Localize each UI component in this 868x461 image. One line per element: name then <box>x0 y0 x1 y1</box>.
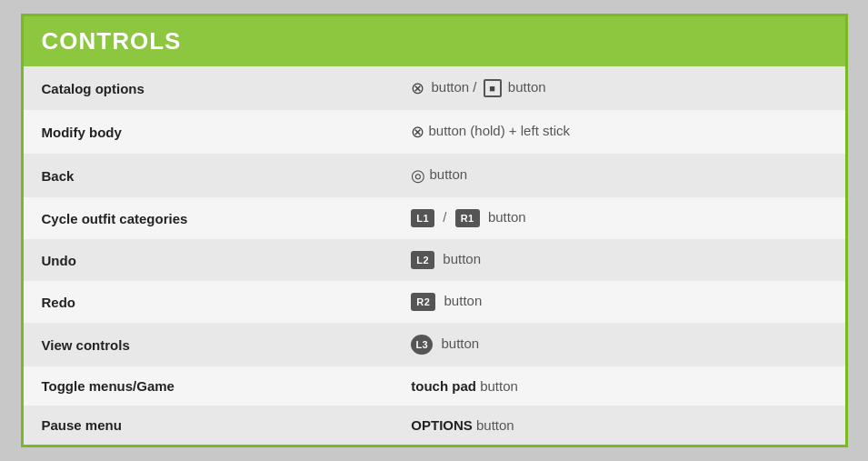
l1-badge: L1 <box>411 209 434 227</box>
action-label: Pause menu <box>24 406 394 445</box>
control-value: ⊗ button (hold) + left stick <box>393 110 844 154</box>
table-row: Back ◎ button <box>24 154 845 197</box>
control-value: ◎ button <box>393 154 844 197</box>
square-button-icon: ■ <box>484 79 502 97</box>
l2-badge: L2 <box>411 251 434 269</box>
table-row: Modify body ⊗ button (hold) + left stick <box>24 110 845 154</box>
action-label: View controls <box>24 323 394 366</box>
table-row: Pause menu OPTIONS button <box>24 406 845 445</box>
table-row: Cycle outfit categories L1 / R1 button <box>24 197 845 239</box>
touchpad-label: touch pad <box>411 378 476 394</box>
controls-table: Catalog options ⊗ button / ■ button Modi… <box>24 66 845 445</box>
table-row: Toggle menus/Game touch pad button <box>24 366 845 406</box>
control-value: ⊗ button / ■ button <box>393 66 844 110</box>
controls-title: CONTROLS <box>42 27 827 55</box>
x-button-icon: ⊗ <box>411 79 424 97</box>
action-label: Toggle menus/Game <box>24 366 394 406</box>
table-row: Redo R2 button <box>24 281 845 323</box>
table-row: View controls L3 button <box>24 323 845 366</box>
table-row: Catalog options ⊗ button / ■ button <box>24 66 845 110</box>
action-label: Modify body <box>24 110 394 154</box>
l3-badge: L3 <box>411 335 433 355</box>
r1-badge: R1 <box>455 209 480 227</box>
control-value: R2 button <box>393 281 844 323</box>
control-value: L1 / R1 button <box>393 197 844 239</box>
action-label: Redo <box>24 281 394 323</box>
control-value: L2 button <box>393 239 844 281</box>
action-label: Catalog options <box>24 66 394 110</box>
action-label: Back <box>24 154 394 197</box>
x-button-icon: ⊗ <box>411 123 424 141</box>
control-value: L3 button <box>393 323 844 366</box>
circle-button-icon: ◎ <box>411 166 425 185</box>
table-row: Undo L2 button <box>24 239 845 281</box>
r2-badge: R2 <box>411 293 435 311</box>
control-value: OPTIONS button <box>393 406 844 445</box>
options-label: OPTIONS <box>411 417 473 433</box>
action-label: Cycle outfit categories <box>24 197 394 239</box>
controls-panel: CONTROLS Catalog options ⊗ button / ■ bu… <box>21 14 848 447</box>
controls-header: CONTROLS <box>24 16 845 66</box>
action-label: Undo <box>24 239 394 281</box>
control-value: touch pad button <box>393 366 844 406</box>
